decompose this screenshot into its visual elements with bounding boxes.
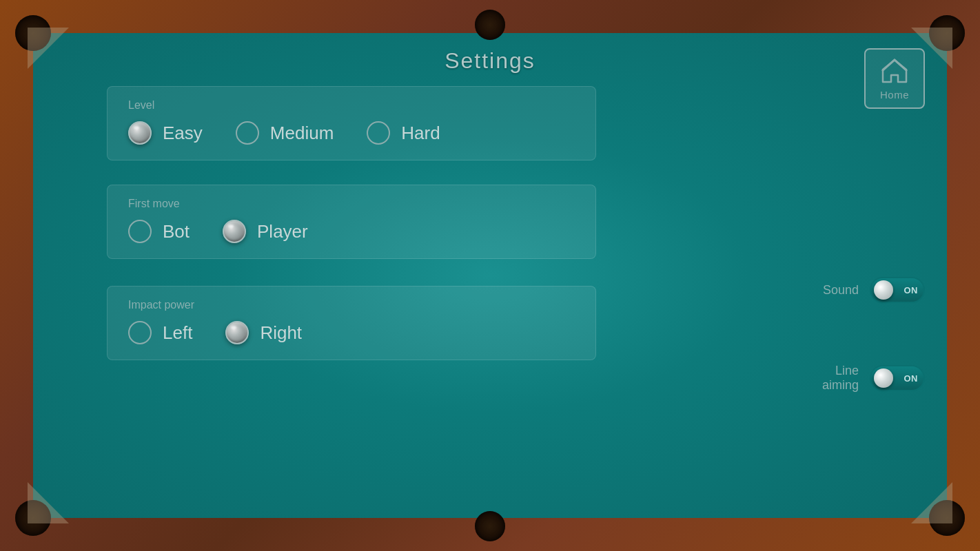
corner-deco-bl [28, 482, 69, 523]
level-hard-label: Hard [401, 123, 440, 144]
firstmove-radio-group: Bot Player [128, 220, 575, 243]
svg-marker-2 [28, 482, 69, 523]
home-button-label: Home [880, 89, 909, 101]
level-medium-label: Medium [270, 123, 334, 144]
firstmove-bot-label: Bot [163, 221, 190, 242]
sound-toggle-value: ON [904, 285, 919, 295]
level-panel: Level Easy Medium Hard [107, 86, 596, 160]
impact-panel: Impact power Left Right [107, 286, 596, 360]
level-medium-option[interactable]: Medium [236, 121, 334, 145]
svg-marker-4 [881, 59, 908, 72]
level-easy-label: Easy [163, 123, 203, 144]
corner-deco-tl [28, 28, 69, 69]
firstmove-label: First move [128, 198, 575, 210]
corner-deco-br [911, 482, 952, 523]
pocket-top-middle [475, 10, 505, 40]
impact-left-radio[interactable] [128, 321, 152, 344]
pocket-bottom-middle [475, 511, 505, 541]
sound-toggle-container: Sound ON [823, 277, 925, 303]
level-easy-radio[interactable] [128, 121, 152, 145]
firstmove-bot-radio[interactable] [128, 220, 152, 243]
firstmove-panel: First move Bot Player [107, 185, 596, 259]
level-hard-option[interactable]: Hard [367, 121, 440, 145]
impact-right-label: Right [260, 322, 302, 344]
level-label: Level [128, 99, 575, 112]
sound-label: Sound [823, 283, 859, 298]
settings-title: Settings [445, 48, 535, 74]
impact-right-radio[interactable] [225, 321, 249, 344]
firstmove-bot-option[interactable]: Bot [128, 220, 190, 243]
home-icon [880, 57, 909, 86]
impact-radio-group: Left Right [128, 321, 575, 344]
level-hard-radio[interactable] [367, 121, 390, 145]
level-radio-group: Easy Medium Hard [128, 121, 575, 145]
firstmove-player-label: Player [257, 221, 308, 242]
firstmove-player-option[interactable]: Player [223, 220, 308, 243]
sound-toggle[interactable]: ON [870, 277, 925, 303]
aiming-toggle-value: ON [904, 373, 919, 384]
impact-left-label: Left [163, 322, 192, 344]
svg-marker-3 [911, 482, 952, 523]
level-medium-radio[interactable] [236, 121, 259, 145]
aiming-toggle[interactable]: ON [870, 365, 925, 391]
pool-table: Settings Home Level Easy Medium H [0, 0, 980, 551]
svg-marker-0 [28, 28, 69, 69]
impact-left-option[interactable]: Left [128, 321, 192, 344]
home-button[interactable]: Home [864, 48, 925, 109]
level-easy-option[interactable]: Easy [128, 121, 203, 145]
impact-right-option[interactable]: Right [225, 321, 302, 344]
firstmove-player-radio[interactable] [223, 220, 246, 243]
aiming-label: Line aiming [822, 364, 859, 393]
impact-label: Impact power [128, 299, 575, 311]
aiming-toggle-container: Line aiming ON [822, 364, 925, 393]
